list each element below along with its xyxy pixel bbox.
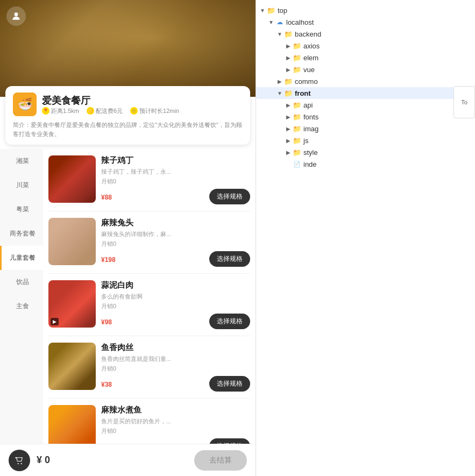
- arrow-backend: ▼: [275, 30, 284, 38]
- food-info-3: 蒜泥白肉 多么的有食欲啊 月销0 ¥98 选择规格: [101, 280, 250, 329]
- file-tree-panel: To ▼ 📁 top ▼ ☁ localhost ▼ 📁 backend ▶ 📁…: [256, 0, 475, 476]
- tree-item-js[interactable]: ▶ 📁 js: [256, 134, 475, 146]
- folder-icon-imag: 📁: [293, 124, 301, 133]
- folder-icon-backend: 📁: [284, 30, 293, 38]
- food-desc-5: 鱼片是买的切好的鱼片，...: [101, 417, 198, 425]
- tooltip-box: To: [453, 86, 475, 118]
- tree-label-commo: commo: [295, 77, 318, 86]
- tree-item-vue[interactable]: ▶ 📁 vue: [256, 63, 475, 75]
- restaurant-meta: 📍 距离1.5km 🟡 配送费6元 ⏱ 预计时长12min: [42, 107, 179, 115]
- delivery-fee-meta: 🟡 配送费6元: [87, 107, 123, 115]
- tree-item-inde[interactable]: ▶ 📄 inde: [256, 158, 475, 170]
- folder-icon-top: 📁: [267, 6, 275, 15]
- cloud-icon-localhost: ☁: [275, 18, 284, 26]
- arrow-imag: ▶: [284, 124, 293, 133]
- food-desc-2: 麻辣兔头的详细制作，麻...: [101, 230, 198, 238]
- select-btn-4[interactable]: 选择规格: [209, 376, 250, 392]
- tree-label-backend: backend: [295, 30, 321, 38]
- category-item-chuan[interactable]: 川菜: [0, 173, 43, 197]
- tree-label-api: api: [303, 101, 313, 109]
- select-btn-2[interactable]: 选择规格: [209, 251, 250, 267]
- category-sidebar: 湘菜 川菜 粤菜 商务套餐 儿童套餐 饮品 主食: [0, 149, 43, 447]
- food-image-3: ▶: [48, 280, 96, 328]
- folder-icon-axios: 📁: [293, 41, 301, 50]
- folder-icon-js: 📁: [293, 136, 301, 145]
- folder-icon-vue: 📁: [293, 65, 301, 74]
- food-item-4: 鱼香肉丝 鱼香肉丝简直就是我们童... 月销0 ¥38 选择规格: [48, 336, 250, 399]
- restaurant-description: 简介：爱美食中餐厅是爱美食点餐的独立的品牌，定位"大众化的美食外送餐饮"，旨为顾…: [13, 120, 243, 138]
- arrow-api: ▶: [284, 101, 293, 109]
- hero-image: [0, 0, 256, 97]
- tree-item-top[interactable]: ▼ 📁 top: [256, 4, 475, 16]
- restaurant-logo: 🍜: [13, 93, 37, 116]
- folder-icon-fonts: 📁: [293, 112, 301, 121]
- tree-item-front[interactable]: ▼ 📁 front: [256, 87, 475, 99]
- category-item-yue[interactable]: 粤菜: [0, 197, 43, 222]
- food-list: 辣子鸡丁 辣子鸡丁，辣子鸡丁，永... 月销0 ¥88 选择规格: [43, 149, 256, 447]
- arrow-axios: ▶: [284, 41, 293, 50]
- category-item-biz[interactable]: 商务套餐: [0, 222, 43, 246]
- arrow-commo: ▶: [275, 77, 284, 86]
- tree-label-elem: elem: [303, 54, 318, 62]
- category-item-drinks[interactable]: 饮品: [0, 270, 43, 294]
- food-sales-3: 月销0: [101, 302, 250, 310]
- folder-icon-api: 📁: [293, 101, 301, 109]
- category-item-staple[interactable]: 主食: [0, 294, 43, 318]
- category-item-xiang[interactable]: 湘菜: [0, 149, 43, 173]
- food-image-1: [48, 155, 96, 203]
- tree-item-fonts[interactable]: ▶ 📁 fonts: [256, 111, 475, 123]
- food-name-1: 辣子鸡丁: [101, 155, 250, 166]
- tree-label-fonts: fonts: [303, 113, 318, 121]
- folder-icon-front: 📁: [284, 89, 293, 97]
- cart-icon[interactable]: [9, 450, 30, 471]
- file-icon-inde: 📄: [293, 160, 301, 168]
- food-image-4: [48, 343, 96, 390]
- tree-label-style: style: [303, 148, 318, 157]
- food-tag-3: ▶: [51, 318, 59, 325]
- svg-point-3: [21, 463, 22, 464]
- food-item-2: 麻辣兔头 麻辣兔头的详细制作，麻... 月销0 ¥198 选择规格: [48, 211, 250, 274]
- select-btn-1[interactable]: 选择规格: [209, 189, 250, 204]
- tree-item-backend[interactable]: ▼ 📁 backend: [256, 28, 475, 40]
- checkout-button[interactable]: 去结算: [194, 450, 247, 471]
- food-desc-4: 鱼香肉丝简直就是我们童...: [101, 355, 198, 363]
- app-panel: 🍜 爱美食餐厅 📍 距离1.5km 🟡 配送费6元 ⏱ 预计时长12min: [0, 0, 256, 476]
- tree-label-js: js: [303, 137, 308, 145]
- food-info-1: 辣子鸡丁 辣子鸡丁，辣子鸡丁，永... 月销0 ¥88 选择规格: [101, 155, 250, 204]
- tree-item-style[interactable]: ▶ 📁 style: [256, 146, 475, 158]
- food-info-5: 麻辣水煮鱼 鱼片是买的切好的鱼片，... 月销0 ¥148 选择规格: [101, 405, 250, 447]
- arrow-js: ▶: [284, 136, 293, 145]
- food-sales-2: 月销0: [101, 240, 250, 248]
- tree-item-axios[interactable]: ▶ 📁 axios: [256, 40, 475, 52]
- tree-label-front: front: [295, 89, 311, 97]
- restaurant-card: 🍜 爱美食餐厅 📍 距离1.5km 🟡 配送费6元 ⏱ 预计时长12min: [5, 86, 250, 145]
- folder-icon-commo: 📁: [284, 77, 293, 86]
- food-price-4: ¥38: [101, 379, 112, 389]
- food-name-4: 鱼香肉丝: [101, 343, 250, 353]
- select-btn-3[interactable]: 选择规格: [209, 314, 250, 329]
- arrow-localhost: ▼: [267, 18, 275, 26]
- bottom-bar: ¥ 0 去结算: [0, 444, 256, 476]
- folder-icon-elem: 📁: [293, 53, 301, 62]
- arrow-style: ▶: [284, 148, 293, 157]
- food-image-5: [48, 405, 96, 447]
- tree-label-top: top: [278, 6, 287, 15]
- arrow-elem: ▶: [284, 53, 293, 62]
- tree-item-elem[interactable]: ▶ 📁 elem: [256, 52, 475, 63]
- avatar: [6, 6, 26, 26]
- svg-point-0: [15, 12, 18, 16]
- food-price-row-3: ¥98 选择规格: [101, 314, 250, 329]
- category-item-kids[interactable]: 儿童套餐: [0, 246, 43, 270]
- tree-label-vue: vue: [303, 66, 315, 74]
- tree-item-localhost[interactable]: ▼ ☁ localhost: [256, 16, 475, 28]
- distance-meta: 📍 距离1.5km: [42, 107, 79, 115]
- tree-item-api[interactable]: ▶ 📁 api: [256, 99, 475, 111]
- food-name-2: 麻辣兔头: [101, 218, 250, 228]
- food-sales-1: 月销0: [101, 177, 250, 186]
- food-sales-4: 月销0: [101, 365, 250, 373]
- restaurant-header: 🍜 爱美食餐厅 📍 距离1.5km 🟡 配送费6元 ⏱ 预计时长12min: [13, 93, 243, 116]
- tree-label-inde: inde: [303, 160, 317, 168]
- tree-item-commo[interactable]: ▶ 📁 commo: [256, 75, 475, 87]
- tree-item-imag[interactable]: ▶ 📁 imag: [256, 123, 475, 134]
- delivery-icon: 🟡: [87, 107, 94, 115]
